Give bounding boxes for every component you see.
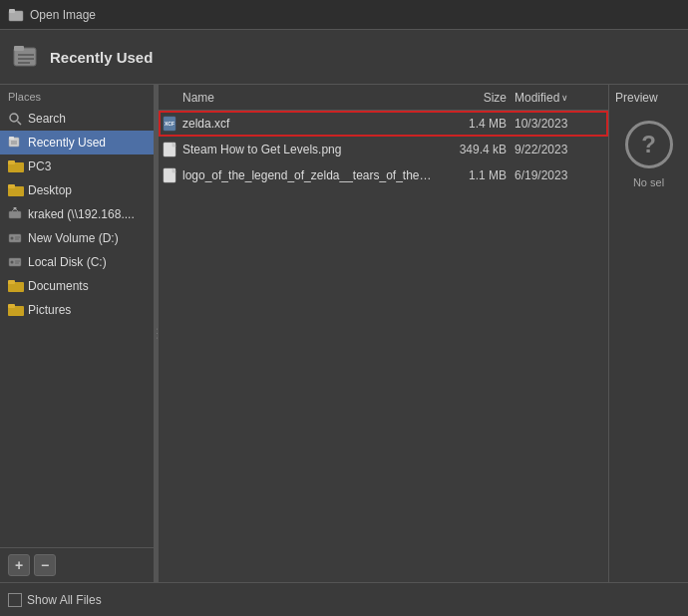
file-list-header: Name Size Modified ∨ (159, 85, 608, 111)
sidebar-item-local-disk[interactable]: Local Disk (C:) (0, 250, 154, 274)
png-file-icon-zelda (163, 167, 178, 183)
svg-text:XCF: XCF (165, 121, 174, 127)
header: Recently Used (0, 30, 688, 85)
file-row-zelda-xcf[interactable]: XCF zelda.xcf 1.4 MB 10/3/2023 (159, 111, 608, 137)
file-row-steam-png-modified: 9/22/2023 (515, 143, 604, 156)
preview-panel: Preview ? No sel (608, 85, 688, 582)
file-row-zelda-xcf-name: zelda.xcf (182, 117, 435, 131)
search-icon (8, 112, 22, 126)
show-all-files-wrapper[interactable]: Show All Files (8, 593, 102, 607)
svg-rect-10 (9, 137, 14, 140)
svg-rect-14 (8, 160, 15, 164)
sidebar-item-new-volume-label: New Volume (D:) (28, 231, 119, 245)
svg-rect-23 (15, 237, 20, 238)
file-row-steam-png-name: Steam How to Get Levels.png (182, 143, 435, 156)
header-recently-used-icon (12, 43, 40, 71)
column-header-name[interactable]: Name (163, 91, 435, 105)
file-row-zelda-xcf-size: 1.4 MB (435, 117, 515, 131)
pictures-folder-icon (8, 303, 22, 317)
sidebar: Places Search Recently Used (0, 85, 155, 582)
sort-arrow-icon: ∨ (561, 93, 568, 103)
sidebar-item-recently-used-label: Recently Used (28, 136, 106, 150)
sidebar-bottom-buttons: + − (0, 547, 154, 582)
drive-d-icon (8, 231, 22, 245)
file-list: XCF zelda.xcf 1.4 MB 10/3/2023 Steam How… (159, 111, 608, 582)
file-row-zelda-logo-name: logo_of_the_legend_of_zelda__tears_of_th… (182, 168, 435, 182)
file-row-zelda-xcf-modified: 10/3/2023 (515, 117, 604, 131)
sidebar-item-pictures[interactable]: Pictures (0, 298, 154, 322)
main-content: Places Search Recently Used (0, 85, 688, 582)
column-header-modified[interactable]: Modified ∨ (515, 91, 604, 105)
bottom-bar: Show All Files (0, 582, 688, 616)
sidebar-item-search-label: Search (28, 112, 66, 126)
sidebar-item-pc3-label: PC3 (28, 159, 51, 173)
svg-point-7 (10, 114, 18, 122)
documents-folder-icon (8, 279, 22, 293)
svg-point-26 (11, 261, 14, 264)
svg-rect-24 (15, 239, 19, 240)
svg-rect-30 (8, 280, 15, 284)
sidebar-item-new-volume[interactable]: New Volume (D:) (0, 226, 154, 250)
add-place-button[interactable]: + (8, 554, 30, 576)
recently-used-sidebar-icon (8, 136, 22, 150)
header-title: Recently Used (50, 49, 153, 66)
column-header-modified-label: Modified (515, 91, 559, 105)
sidebar-item-search[interactable]: Search (0, 107, 154, 131)
file-row-steam-png-size: 349.4 kB (435, 143, 515, 156)
desktop-folder-icon (8, 183, 22, 197)
sidebar-item-pictures-label: Pictures (28, 303, 71, 317)
show-all-files-checkbox[interactable] (8, 593, 22, 607)
sidebar-item-pc3[interactable]: PC3 (0, 154, 154, 178)
svg-rect-28 (15, 263, 19, 264)
svg-point-22 (11, 237, 14, 240)
remove-place-button[interactable]: − (34, 554, 56, 576)
sidebar-item-desktop[interactable]: Desktop (0, 178, 154, 202)
svg-line-8 (18, 122, 22, 126)
title-bar-text: Open Image (30, 8, 96, 22)
file-row-steam-png[interactable]: Steam How to Get Levels.png 349.4 kB 9/2… (159, 137, 608, 162)
sidebar-item-kraked-label: kraked (\\192.168.... (28, 207, 135, 221)
column-header-size[interactable]: Size (435, 91, 515, 105)
sidebar-item-documents-label: Documents (28, 279, 89, 293)
sidebar-item-documents[interactable]: Documents (0, 274, 154, 298)
xcf-file-icon: XCF (163, 116, 178, 132)
svg-rect-1 (9, 9, 15, 13)
file-row-zelda-logo-png[interactable]: logo_of_the_legend_of_zelda__tears_of_th… (159, 162, 608, 188)
sidebar-section-label: Places (0, 85, 154, 107)
pc3-folder-icon (8, 159, 22, 173)
sidebar-item-desktop-label: Desktop (28, 183, 72, 197)
title-bar-icon (8, 7, 24, 23)
svg-rect-32 (8, 304, 15, 308)
network-icon (8, 207, 22, 221)
preview-icon-area: ? No sel (609, 111, 688, 582)
sidebar-item-local-disk-label: Local Disk (C:) (28, 255, 107, 269)
sidebar-item-recently-used[interactable]: Recently Used (0, 131, 154, 154)
sidebar-item-kraked[interactable]: kraked (\\192.168.... (0, 202, 154, 226)
drive-c-icon (8, 255, 22, 269)
svg-rect-17 (9, 211, 21, 218)
show-all-files-label: Show All Files (27, 593, 102, 607)
svg-rect-27 (15, 261, 20, 262)
file-list-area: Name Size Modified ∨ XCF zelda.xcf 1.4 M… (159, 85, 608, 582)
preview-label: Preview (609, 85, 664, 111)
svg-rect-16 (8, 184, 15, 188)
title-bar: Open Image (0, 0, 688, 30)
svg-rect-3 (14, 46, 24, 51)
file-row-zelda-logo-size: 1.1 MB (435, 168, 515, 182)
preview-no-selection-text: No sel (629, 176, 668, 188)
png-file-icon-steam (163, 142, 178, 157)
preview-placeholder-icon: ? (625, 121, 673, 168)
file-row-zelda-logo-modified: 6/19/2023 (515, 168, 604, 182)
